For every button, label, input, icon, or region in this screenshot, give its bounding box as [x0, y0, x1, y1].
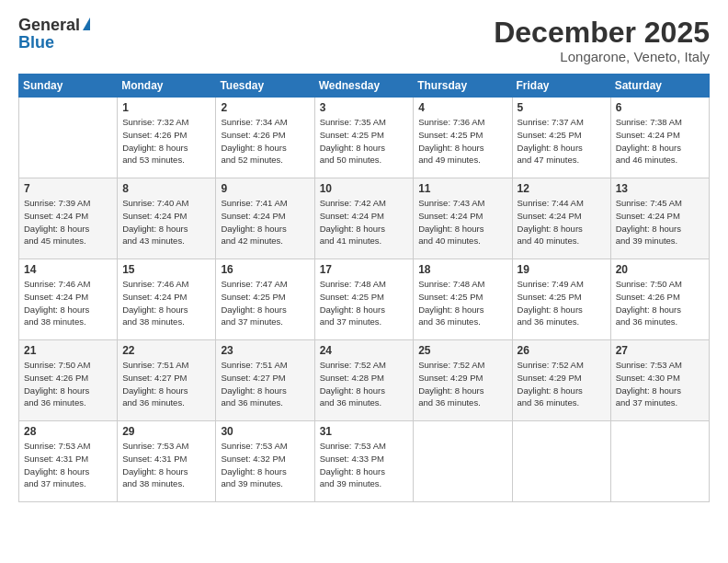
- header: General Blue December 2025 Longarone, Ve…: [18, 17, 710, 64]
- day-number: 5: [518, 101, 606, 114]
- calendar-cell: 31Sunrise: 7:53 AM Sunset: 4:33 PM Dayli…: [314, 421, 414, 502]
- calendar-cell: 28Sunrise: 7:53 AM Sunset: 4:31 PM Dayli…: [19, 421, 118, 502]
- calendar: SundayMondayTuesdayWednesdayThursdayFrid…: [18, 74, 710, 502]
- calendar-cell: 25Sunrise: 7:52 AM Sunset: 4:29 PM Dayli…: [414, 340, 512, 421]
- day-number: 17: [320, 263, 409, 276]
- day-number: 11: [418, 182, 506, 195]
- calendar-header-tuesday: Tuesday: [216, 75, 314, 98]
- title-block: December 2025 Longarone, Veneto, Italy: [494, 17, 710, 64]
- calendar-cell: 15Sunrise: 7:46 AM Sunset: 4:24 PM Dayli…: [118, 259, 216, 340]
- day-number: 10: [320, 182, 409, 195]
- day-number: 18: [418, 263, 506, 276]
- day-info: Sunrise: 7:48 AM Sunset: 4:25 PM Dayligh…: [320, 278, 409, 328]
- calendar-week-5: 28Sunrise: 7:53 AM Sunset: 4:31 PM Dayli…: [19, 421, 710, 502]
- title-month: December 2025: [494, 17, 710, 49]
- logo: General Blue: [18, 17, 90, 52]
- calendar-header-thursday: Thursday: [414, 75, 512, 98]
- day-info: Sunrise: 7:36 AM Sunset: 4:25 PM Dayligh…: [418, 116, 506, 167]
- day-info: Sunrise: 7:45 AM Sunset: 4:24 PM Dayligh…: [616, 197, 704, 247]
- calendar-header-sunday: Sunday: [19, 75, 118, 98]
- calendar-cell: 4Sunrise: 7:36 AM Sunset: 4:25 PM Daylig…: [414, 98, 512, 178]
- day-info: Sunrise: 7:51 AM Sunset: 4:27 PM Dayligh…: [122, 359, 210, 409]
- day-number: 9: [221, 182, 309, 195]
- logo-triangle-icon: [83, 17, 90, 30]
- day-info: Sunrise: 7:41 AM Sunset: 4:24 PM Dayligh…: [221, 197, 309, 247]
- day-number: 21: [24, 344, 112, 357]
- day-number: 22: [122, 344, 210, 357]
- title-location: Longarone, Veneto, Italy: [494, 49, 710, 64]
- calendar-cell: 17Sunrise: 7:48 AM Sunset: 4:25 PM Dayli…: [314, 259, 414, 340]
- calendar-cell: 5Sunrise: 7:37 AM Sunset: 4:25 PM Daylig…: [512, 98, 610, 178]
- logo-general: General: [18, 17, 80, 33]
- day-info: Sunrise: 7:46 AM Sunset: 4:24 PM Dayligh…: [122, 278, 210, 328]
- calendar-cell: 18Sunrise: 7:48 AM Sunset: 4:25 PM Dayli…: [414, 259, 512, 340]
- calendar-cell: 19Sunrise: 7:49 AM Sunset: 4:25 PM Dayli…: [512, 259, 610, 340]
- day-info: Sunrise: 7:51 AM Sunset: 4:27 PM Dayligh…: [221, 359, 309, 409]
- day-number: 27: [616, 344, 704, 357]
- day-info: Sunrise: 7:50 AM Sunset: 4:26 PM Dayligh…: [24, 359, 112, 409]
- day-number: 20: [616, 263, 704, 276]
- calendar-header-monday: Monday: [118, 75, 216, 98]
- page: General Blue December 2025 Longarone, Ve…: [0, 0, 728, 563]
- calendar-header-saturday: Saturday: [610, 75, 709, 98]
- day-info: Sunrise: 7:39 AM Sunset: 4:24 PM Dayligh…: [24, 197, 112, 247]
- calendar-cell: [19, 98, 118, 178]
- calendar-cell: 14Sunrise: 7:46 AM Sunset: 4:24 PM Dayli…: [19, 259, 118, 340]
- day-info: Sunrise: 7:53 AM Sunset: 4:32 PM Dayligh…: [221, 440, 309, 490]
- day-info: Sunrise: 7:53 AM Sunset: 4:31 PM Dayligh…: [122, 440, 210, 490]
- day-info: Sunrise: 7:43 AM Sunset: 4:24 PM Dayligh…: [418, 197, 506, 247]
- day-info: Sunrise: 7:44 AM Sunset: 4:24 PM Dayligh…: [518, 197, 606, 247]
- day-info: Sunrise: 7:37 AM Sunset: 4:25 PM Dayligh…: [518, 116, 606, 167]
- calendar-cell: 10Sunrise: 7:42 AM Sunset: 4:24 PM Dayli…: [314, 178, 414, 259]
- day-info: Sunrise: 7:47 AM Sunset: 4:25 PM Dayligh…: [221, 278, 309, 328]
- calendar-cell: 7Sunrise: 7:39 AM Sunset: 4:24 PM Daylig…: [19, 178, 118, 259]
- day-number: 2: [221, 101, 309, 114]
- calendar-header-wednesday: Wednesday: [314, 75, 414, 98]
- calendar-week-3: 14Sunrise: 7:46 AM Sunset: 4:24 PM Dayli…: [19, 259, 710, 340]
- day-info: Sunrise: 7:52 AM Sunset: 4:29 PM Dayligh…: [518, 359, 606, 409]
- calendar-cell: 1Sunrise: 7:32 AM Sunset: 4:26 PM Daylig…: [118, 98, 216, 178]
- calendar-cell: 20Sunrise: 7:50 AM Sunset: 4:26 PM Dayli…: [610, 259, 709, 340]
- day-number: 28: [24, 425, 112, 438]
- calendar-cell: 2Sunrise: 7:34 AM Sunset: 4:26 PM Daylig…: [216, 98, 314, 178]
- calendar-cell: 23Sunrise: 7:51 AM Sunset: 4:27 PM Dayli…: [216, 340, 314, 421]
- day-number: 19: [518, 263, 606, 276]
- calendar-cell: 29Sunrise: 7:53 AM Sunset: 4:31 PM Dayli…: [118, 421, 216, 502]
- day-info: Sunrise: 7:53 AM Sunset: 4:30 PM Dayligh…: [616, 359, 704, 409]
- calendar-cell: 12Sunrise: 7:44 AM Sunset: 4:24 PM Dayli…: [512, 178, 610, 259]
- day-info: Sunrise: 7:49 AM Sunset: 4:25 PM Dayligh…: [518, 278, 606, 328]
- day-info: Sunrise: 7:48 AM Sunset: 4:25 PM Dayligh…: [418, 278, 506, 328]
- calendar-cell: [414, 421, 512, 502]
- day-number: 26: [518, 344, 606, 357]
- logo-text: General: [18, 17, 90, 33]
- calendar-cell: 8Sunrise: 7:40 AM Sunset: 4:24 PM Daylig…: [118, 178, 216, 259]
- calendar-cell: 13Sunrise: 7:45 AM Sunset: 4:24 PM Dayli…: [610, 178, 709, 259]
- day-number: 13: [616, 182, 704, 195]
- day-number: 16: [221, 263, 309, 276]
- day-info: Sunrise: 7:32 AM Sunset: 4:26 PM Dayligh…: [122, 116, 210, 167]
- day-number: 29: [122, 425, 210, 438]
- day-number: 8: [122, 182, 210, 195]
- day-info: Sunrise: 7:35 AM Sunset: 4:25 PM Dayligh…: [320, 116, 409, 167]
- day-info: Sunrise: 7:46 AM Sunset: 4:24 PM Dayligh…: [24, 278, 112, 328]
- day-number: 31: [320, 425, 409, 438]
- day-info: Sunrise: 7:52 AM Sunset: 4:29 PM Dayligh…: [418, 359, 506, 409]
- day-info: Sunrise: 7:40 AM Sunset: 4:24 PM Dayligh…: [122, 197, 210, 247]
- day-number: 7: [24, 182, 112, 195]
- calendar-cell: 3Sunrise: 7:35 AM Sunset: 4:25 PM Daylig…: [314, 98, 414, 178]
- day-number: 25: [418, 344, 506, 357]
- calendar-cell: 22Sunrise: 7:51 AM Sunset: 4:27 PM Dayli…: [118, 340, 216, 421]
- day-info: Sunrise: 7:53 AM Sunset: 4:33 PM Dayligh…: [320, 440, 409, 490]
- calendar-cell: [610, 421, 709, 502]
- calendar-cell: 11Sunrise: 7:43 AM Sunset: 4:24 PM Dayli…: [414, 178, 512, 259]
- day-number: 30: [221, 425, 309, 438]
- day-number: 3: [320, 101, 409, 114]
- day-info: Sunrise: 7:38 AM Sunset: 4:24 PM Dayligh…: [616, 116, 704, 167]
- day-number: 4: [418, 101, 506, 114]
- calendar-cell: 16Sunrise: 7:47 AM Sunset: 4:25 PM Dayli…: [216, 259, 314, 340]
- day-number: 12: [518, 182, 606, 195]
- day-number: 6: [616, 101, 704, 114]
- calendar-header-friday: Friday: [512, 75, 610, 98]
- day-info: Sunrise: 7:42 AM Sunset: 4:24 PM Dayligh…: [320, 197, 409, 247]
- calendar-cell: 6Sunrise: 7:38 AM Sunset: 4:24 PM Daylig…: [610, 98, 709, 178]
